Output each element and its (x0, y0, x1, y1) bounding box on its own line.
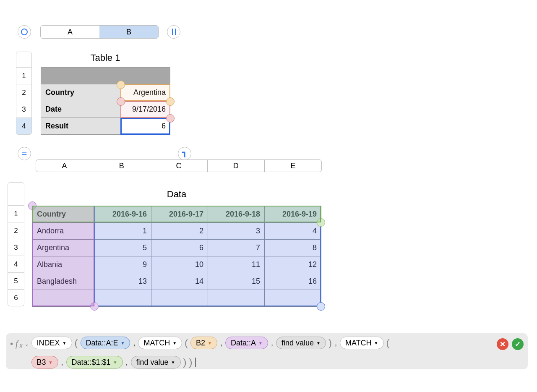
data-rowhdr-5[interactable]: 5 (8, 273, 24, 290)
data-hdr-c4[interactable]: 2016-9-19 (265, 206, 321, 223)
close-icon: ✕ (500, 340, 506, 349)
data-hdr-country[interactable]: Country (33, 206, 95, 223)
token-find-value-2[interactable]: find value▼ (131, 356, 181, 368)
drag-handle-right-orange[interactable] (166, 97, 175, 106)
text-cursor (195, 358, 196, 367)
data-rowhdr-corner[interactable] (8, 182, 24, 206)
data-hdr-c3[interactable]: 2016-9-18 (208, 206, 265, 223)
table1-value-country[interactable]: Argentina (121, 84, 170, 101)
corner-icon: ┓ (182, 147, 187, 157)
table1-label-result[interactable]: Result (41, 118, 121, 135)
pause-icon (172, 29, 173, 35)
colhdr-d[interactable]: D (208, 160, 265, 172)
paren-open: ( (75, 337, 78, 349)
table1-rowhdr-corner[interactable] (16, 52, 32, 68)
paren-open: ( (185, 337, 188, 349)
paren-open: ( (386, 337, 390, 349)
comma: , (271, 339, 274, 348)
data-hdr-c1[interactable]: 2016-9-16 (95, 206, 151, 223)
comma: , (334, 339, 337, 348)
table1-title: Table 1 (41, 52, 170, 63)
data-column-headers[interactable]: A B C D E (36, 159, 322, 172)
col-tab-a[interactable]: A (41, 26, 99, 38)
comma: , (133, 339, 136, 348)
circle-ring-button[interactable] (18, 25, 31, 39)
table1-rowhdr-3[interactable]: 3 (16, 101, 32, 118)
col-tab-b[interactable]: B (99, 26, 158, 38)
data-rowhdr-2[interactable]: 2 (8, 222, 24, 239)
pause-icon (175, 29, 176, 35)
corner-button[interactable]: ┓ (178, 147, 191, 160)
comma: , (61, 358, 64, 367)
data-table[interactable]: Country 2016-9-16 2016-9-17 2016-9-18 20… (32, 206, 321, 307)
drag-handle-top[interactable] (117, 81, 125, 89)
table1-value-date[interactable]: 9/17/2016 (121, 101, 170, 118)
range-handle-blue-br[interactable] (317, 302, 325, 311)
colhdr-e[interactable]: E (265, 160, 321, 172)
table-row: Bangladesh 13 14 15 16 (33, 273, 321, 290)
ring-icon (21, 29, 28, 35)
fx-label: •fx⌄ (10, 337, 29, 349)
pause-button[interactable] (167, 25, 180, 39)
token-data-a[interactable]: Data::A▼ (225, 337, 268, 349)
drag-handle-left-pink[interactable] (117, 97, 125, 106)
data-rowhdr-1[interactable]: 1 (8, 206, 24, 222)
colhdr-b[interactable]: B (93, 160, 150, 172)
table1-label-country[interactable]: Country (41, 84, 121, 101)
token-data-row1[interactable]: Data::$1:$1▼ (66, 356, 123, 368)
table1-rowhdr-2[interactable]: 2 (16, 84, 32, 101)
token-b3[interactable]: B3▼ (31, 356, 58, 368)
data-rowhdr-6[interactable]: 6 (8, 290, 24, 306)
data-title: Data (32, 189, 321, 200)
column-selector-ab[interactable]: A B (40, 25, 159, 39)
formula-tokens[interactable]: INDEX▼ ( Data::A:E▼ , MATCH▼ ( B2▼ , Dat… (31, 337, 494, 368)
token-index[interactable]: INDEX▼ (31, 337, 72, 349)
comma: , (220, 339, 223, 348)
range-handle-purple-tl[interactable] (28, 201, 36, 210)
token-match-1[interactable]: MATCH▼ (138, 337, 182, 349)
check-icon: ✓ (515, 340, 521, 349)
table1-rowhdr-1[interactable]: 1 (16, 68, 32, 84)
formula-bar[interactable]: •fx⌄ INDEX▼ ( Data::A:E▼ , MATCH▼ ( B2▼ … (6, 333, 528, 369)
table1-label-date[interactable]: Date (41, 101, 121, 118)
table1[interactable]: Country Argentina Date 9/17/2016 Result … (41, 67, 170, 135)
data-hdr-c2[interactable]: 2016-9-17 (151, 206, 208, 223)
table-row (33, 290, 321, 307)
token-data-ae[interactable]: Data::A:E▼ (81, 337, 130, 349)
token-match-2[interactable]: MATCH▼ (340, 337, 384, 349)
token-find-value-1[interactable]: find value▼ (276, 337, 326, 349)
comma: , (125, 358, 128, 367)
equals-button[interactable]: = (18, 147, 31, 160)
table-row: Albania 9 10 11 12 (33, 256, 321, 273)
drag-handle-right-pink[interactable] (166, 114, 175, 123)
range-handle-purple-br[interactable] (90, 302, 99, 311)
colhdr-a[interactable]: A (36, 160, 93, 172)
confirm-button[interactable]: ✓ (512, 338, 524, 350)
table1-rowhdr-4[interactable]: 4 (16, 118, 32, 135)
table1-value-result[interactable]: 6 (121, 118, 170, 135)
paren-close: ) (183, 356, 187, 368)
token-b2[interactable]: B2▼ (190, 337, 217, 349)
table1-header-row[interactable] (41, 68, 170, 84)
colhdr-c[interactable]: C (150, 160, 207, 172)
data-rowhdr-3[interactable]: 3 (8, 239, 24, 256)
table-row: Argentina 5 6 7 8 (33, 240, 321, 256)
range-handle-green-r[interactable] (317, 218, 325, 227)
paren-close: ) (328, 337, 332, 349)
paren-close: ) (189, 356, 193, 368)
table-row: Andorra 1 2 3 4 (33, 223, 321, 240)
cancel-button[interactable]: ✕ (497, 338, 508, 350)
data-rowhdr-4[interactable]: 4 (8, 256, 24, 273)
